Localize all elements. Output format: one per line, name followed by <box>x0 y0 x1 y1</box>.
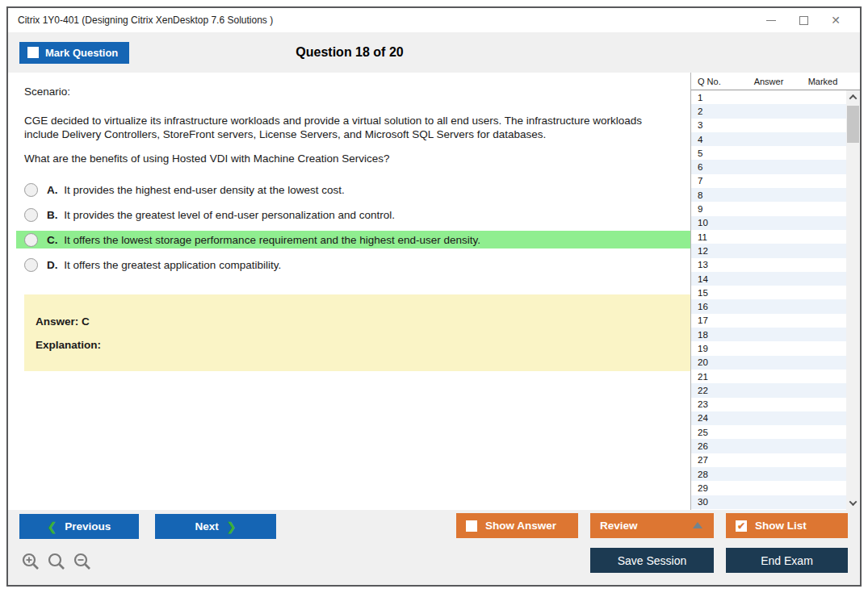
next-label: Next <box>195 520 219 532</box>
window-controls: ✕ <box>755 10 852 31</box>
scroll-up-button[interactable] <box>846 90 860 104</box>
save-session-label: Save Session <box>618 554 687 567</box>
save-session-button[interactable]: Save Session <box>590 548 714 573</box>
zoom-controls <box>21 552 92 571</box>
title-bar: Citrix 1Y0-401 (Designing Citrix XenDesk… <box>8 8 860 32</box>
option-text: It offers the lowest storage performance… <box>64 234 480 246</box>
option-label: C. It offers the lowest storage performa… <box>47 234 480 246</box>
chevron-down-icon <box>849 498 858 506</box>
question-list-row[interactable]: 9 <box>691 202 846 215</box>
question-list-row[interactable]: 16 <box>691 299 846 313</box>
question-list-row[interactable]: 24 <box>691 411 846 425</box>
question-list-row[interactable]: 14 <box>691 272 846 286</box>
question-list-row[interactable]: 13 <box>691 258 846 272</box>
previous-label: Previous <box>65 520 111 532</box>
show-list-checkbox-icon: ✔ <box>736 520 747 532</box>
question-prompt: What are the benefits of using Hosted VD… <box>24 152 687 165</box>
question-list-row[interactable]: 17 <box>691 314 846 328</box>
radio-button-icon[interactable] <box>24 233 38 247</box>
question-list-row[interactable]: 28 <box>691 467 846 481</box>
show-answer-checkbox-icon <box>466 520 477 532</box>
question-list-row[interactable]: 20 <box>691 356 846 370</box>
question-list-panel: Q No. Answer Marked 12345678910111213141… <box>690 73 860 510</box>
question-content: Scenario: CGE decided to virtualize its … <box>8 73 690 510</box>
app-window: Citrix 1Y0-401 (Designing Citrix XenDesk… <box>6 6 862 587</box>
next-button[interactable]: Next ❯ <box>155 514 276 539</box>
question-list-row[interactable]: 29 <box>691 481 846 495</box>
zoom-in-icon[interactable] <box>21 552 40 571</box>
question-list-row[interactable]: 26 <box>691 439 846 453</box>
question-list-row[interactable]: 23 <box>691 398 846 411</box>
question-list-row[interactable]: 7 <box>691 174 846 188</box>
question-list-row[interactable]: 25 <box>691 425 846 439</box>
close-button[interactable]: ✕ <box>820 10 852 31</box>
chevron-up-icon <box>849 94 858 102</box>
question-list-row[interactable]: 8 <box>691 188 846 202</box>
footer-bar: ❮ Previous Next ❯ Show Answer Review ✔ S… <box>8 510 860 585</box>
option-text: It provides the highest end-user density… <box>64 184 344 196</box>
window-title: Citrix 1Y0-401 (Designing Citrix XenDesk… <box>18 15 755 26</box>
review-button[interactable]: Review <box>590 513 714 538</box>
question-list-row[interactable]: 22 <box>691 383 846 397</box>
zoom-reset-icon[interactable] <box>47 552 66 571</box>
option-label: B. It provides the greatest level of end… <box>47 209 395 221</box>
option-letter: B. <box>47 209 61 221</box>
chevron-right-icon: ❯ <box>227 520 237 533</box>
answer-label: Answer: C <box>36 315 690 328</box>
maximize-icon <box>799 16 808 25</box>
explanation-label: Explanation: <box>36 339 690 351</box>
radio-button-icon[interactable] <box>24 183 38 197</box>
scenario-text: CGE decided to virtualize its infrastruc… <box>24 114 678 141</box>
question-list-row[interactable]: 1 <box>691 90 846 104</box>
scroll-down-button[interactable] <box>846 496 860 510</box>
question-list-row[interactable]: 10 <box>691 216 846 230</box>
previous-button[interactable]: ❮ Previous <box>19 514 139 539</box>
maximize-button[interactable] <box>787 10 820 31</box>
question-list-row[interactable]: 11 <box>691 230 846 244</box>
close-icon: ✕ <box>831 15 841 26</box>
minimize-button[interactable] <box>755 10 787 31</box>
option-text: It offers the greatest application compa… <box>64 259 281 271</box>
radio-button-icon[interactable] <box>24 208 38 222</box>
question-list-row[interactable]: 19 <box>691 341 846 355</box>
show-answer-label: Show Answer <box>485 520 556 532</box>
question-list-rows: 1234567891011121314151617181920212223242… <box>691 90 846 510</box>
question-list-row[interactable]: 4 <box>691 132 846 146</box>
end-exam-button[interactable]: End Exam <box>726 548 848 573</box>
question-list-row[interactable]: 2 <box>691 104 846 118</box>
question-list-row[interactable]: 18 <box>691 328 846 341</box>
option-letter: C. <box>47 234 61 246</box>
show-list-button[interactable]: ✔ Show List <box>726 513 848 538</box>
question-list-row[interactable]: 15 <box>691 286 846 299</box>
header-bar: Mark Question Question 18 of 20 <box>8 32 860 73</box>
radio-button-icon[interactable] <box>24 258 38 272</box>
question-list-row[interactable]: 6 <box>691 160 846 173</box>
column-header-qno: Q No. <box>691 77 738 86</box>
triangle-up-icon <box>693 522 702 528</box>
option-row[interactable]: A. It provides the highest end-user dens… <box>16 181 690 198</box>
option-letter: A. <box>47 184 61 196</box>
review-label: Review <box>600 520 638 532</box>
option-row[interactable]: B. It provides the greatest level of end… <box>16 206 690 223</box>
option-label: D. It offers the greatest application co… <box>47 259 281 271</box>
column-header-marked: Marked <box>799 77 846 86</box>
question-list-row[interactable]: 5 <box>691 146 846 160</box>
option-row[interactable]: D. It offers the greatest application co… <box>16 256 690 274</box>
question-list-row[interactable]: 21 <box>691 370 846 383</box>
question-list-row[interactable]: 30 <box>691 495 846 509</box>
scrollbar-thumb[interactable] <box>847 106 859 143</box>
option-letter: D. <box>47 259 61 271</box>
column-header-answer: Answer <box>738 77 799 86</box>
zoom-out-icon[interactable] <box>73 552 92 571</box>
question-counter: Question 18 of 20 <box>8 45 691 60</box>
show-answer-button[interactable]: Show Answer <box>456 513 578 538</box>
question-list-scrollbar[interactable] <box>846 90 860 510</box>
question-list-row[interactable]: 27 <box>691 453 846 467</box>
answer-panel: Answer: C Explanation: <box>24 294 690 371</box>
minimize-icon <box>766 20 776 21</box>
option-row[interactable]: C. It offers the lowest storage performa… <box>16 231 690 248</box>
question-list-row[interactable]: 3 <box>691 119 846 132</box>
option-label: A. It provides the highest end-user dens… <box>47 184 345 196</box>
options-container: A. It provides the highest end-user dens… <box>16 181 687 274</box>
question-list-row[interactable]: 12 <box>691 244 846 257</box>
